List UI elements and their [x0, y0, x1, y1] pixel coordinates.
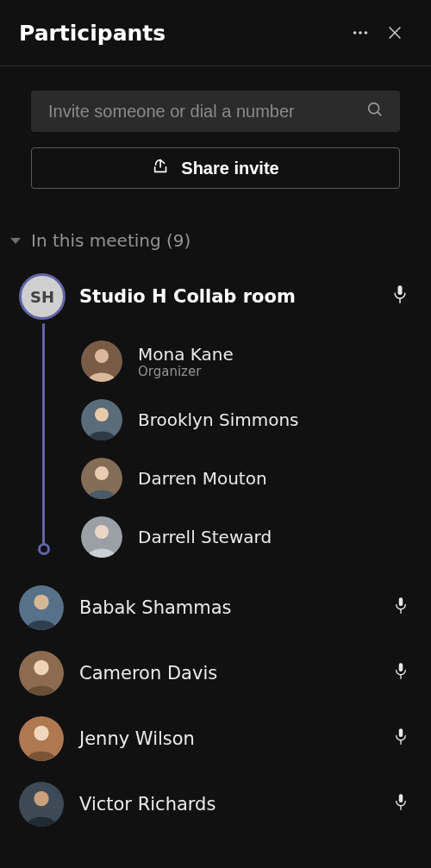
svg-rect-31 [399, 794, 403, 802]
svg-point-0 [353, 31, 357, 34]
invite-search-input[interactable] [47, 101, 365, 122]
room-name: Studio H Collab room [79, 286, 378, 307]
close-icon [385, 23, 404, 42]
microphone-icon[interactable] [393, 727, 409, 751]
share-icon [152, 157, 171, 180]
search-icon [365, 100, 384, 122]
participant-name: Cameron Davis [79, 663, 378, 684]
room-connector-line [42, 323, 45, 549]
svg-line-6 [378, 112, 381, 116]
ellipsis-icon [351, 23, 370, 42]
room-child-row[interactable]: Brooklyn Simmons [81, 390, 412, 449]
svg-point-26 [34, 726, 48, 740]
close-button[interactable] [378, 16, 412, 50]
room-child-row[interactable]: Darren Mouton [81, 449, 412, 508]
svg-point-22 [34, 660, 48, 675]
panel-header: Participants [0, 0, 431, 66]
svg-rect-19 [399, 597, 403, 606]
room-children: Mona Kane Organizer Brooklyn Simmons Dar… [42, 328, 412, 566]
participant-name: Babak Shammas [79, 597, 378, 618]
room-child-labels: Mona Kane Organizer [138, 344, 234, 379]
svg-point-18 [34, 595, 48, 609]
share-invite-label: Share invite [181, 159, 278, 178]
avatar [81, 340, 122, 382]
more-options-button[interactable] [343, 16, 378, 50]
participant-name: Darrell Steward [138, 527, 272, 547]
room-child-labels: Brooklyn Simmons [138, 409, 299, 430]
invite-search-row[interactable] [31, 91, 400, 132]
avatar [19, 782, 64, 827]
avatar [19, 651, 64, 696]
microphone-icon[interactable] [393, 596, 409, 620]
microphone-icon[interactable] [393, 661, 409, 685]
room-child-row[interactable]: Mona Kane Organizer [81, 332, 412, 390]
participant-row[interactable]: Cameron Davis [19, 640, 412, 706]
svg-point-1 [359, 31, 362, 34]
svg-point-16 [95, 525, 109, 539]
avatar [81, 516, 122, 558]
avatar [81, 399, 122, 440]
top-controls: Share invite [0, 66, 431, 196]
chevron-down-icon [10, 238, 21, 244]
participant-name: Darren Mouton [138, 468, 267, 489]
participant-name: Victor Richards [79, 794, 378, 815]
participant-name: Brooklyn Simmons [138, 409, 299, 430]
svg-rect-23 [399, 663, 403, 671]
svg-rect-7 [398, 285, 403, 295]
svg-point-2 [365, 31, 368, 34]
svg-point-30 [34, 791, 48, 806]
microphone-icon[interactable] [391, 284, 409, 309]
share-invite-button[interactable]: Share invite [31, 147, 400, 189]
participant-row[interactable]: Victor Richards [19, 771, 412, 837]
svg-point-14 [95, 466, 109, 480]
room-avatar-initials: SH [30, 288, 54, 306]
room-child-row[interactable]: Darrell Steward [81, 508, 412, 566]
svg-rect-27 [399, 728, 403, 737]
section-label: In this meeting (9) [31, 230, 191, 251]
room-connector-end-dot [38, 543, 50, 555]
participant-row[interactable]: Jenny Wilson [19, 706, 412, 771]
room-child-labels: Darren Mouton [138, 468, 267, 489]
participants-list: SH Studio H Collab room Mona Kane Organi… [0, 256, 431, 837]
svg-point-10 [95, 349, 109, 363]
avatar [81, 458, 122, 499]
room-child-labels: Darrell Steward [138, 527, 272, 547]
participant-row[interactable]: Babak Shammas [19, 575, 412, 640]
svg-point-12 [95, 408, 109, 422]
microphone-icon[interactable] [393, 792, 409, 816]
section-in-this-meeting[interactable]: In this meeting (9) [0, 196, 431, 256]
participant-name: Jenny Wilson [79, 728, 378, 749]
avatar [19, 585, 64, 630]
room-avatar: SH [19, 273, 66, 320]
room-row[interactable]: SH Studio H Collab room [19, 265, 412, 328]
panel-title: Participants [19, 21, 343, 46]
participant-name: Mona Kane [138, 344, 234, 365]
avatar [19, 716, 64, 761]
participant-role: Organizer [138, 364, 234, 379]
svg-point-5 [369, 103, 379, 114]
